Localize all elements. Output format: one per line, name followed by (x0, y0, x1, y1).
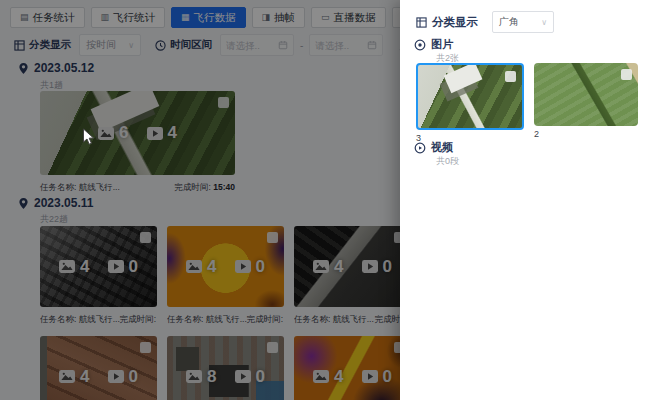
chevron-down-icon: ∨ (541, 18, 547, 27)
panel-title: 分类显示 (432, 15, 478, 30)
thumb-index: 2 (534, 129, 638, 139)
thumb-checkbox[interactable] (505, 71, 516, 82)
grid-icon (416, 17, 427, 28)
videos-section-header: 视频 (414, 140, 453, 155)
thumb-wrap: 2 (534, 63, 638, 143)
media-type-icon (414, 39, 426, 51)
thumb-wrap: 3 (416, 63, 524, 143)
media-type-icon (414, 142, 426, 154)
image-thumbnail-selected[interactable] (416, 63, 524, 130)
images-section-header: 图片 (414, 37, 453, 52)
media-detail-panel: 分类显示 广角 ∨ 图片 共2张 3 2 (400, 0, 670, 400)
lens-select[interactable]: 广角 ∨ (492, 11, 554, 33)
image-thumbnail[interactable] (534, 63, 638, 126)
videos-count: 共0段 (436, 155, 459, 168)
mouse-cursor (82, 128, 95, 146)
thumb-checkbox[interactable] (621, 69, 632, 80)
panel-thumbnails: 3 2 (416, 63, 638, 143)
app-root: ▤ 任务统计 ▥ 飞行统计 ▦ 飞行数据 ◨ 抽帧 ▭ 直播数据 ↑ 问题上报 … (0, 0, 670, 400)
panel-header: 分类显示 广角 ∨ (416, 11, 554, 33)
